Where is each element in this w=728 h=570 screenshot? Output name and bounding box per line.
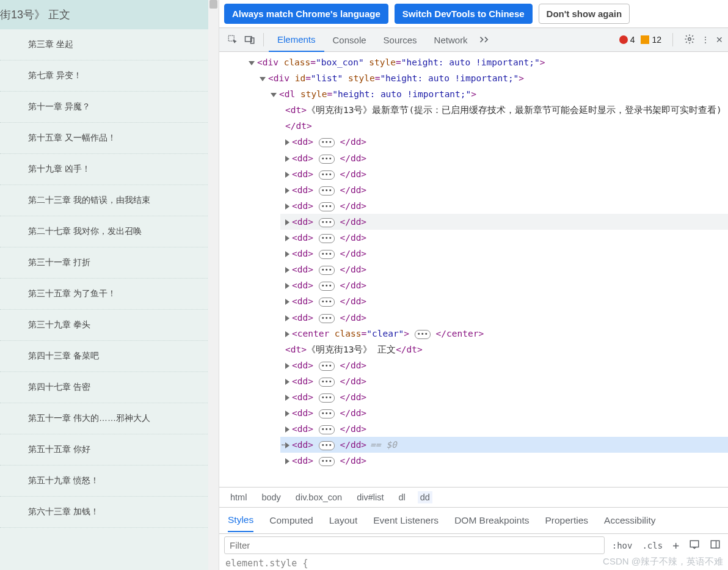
dom-node[interactable]: <dl style="height: auto !important;"> bbox=[266, 86, 728, 102]
tab-event-listeners[interactable]: Event Listeners bbox=[373, 510, 439, 532]
warnings-count: 12 bbox=[652, 35, 661, 45]
close-icon[interactable]: ✕ bbox=[716, 35, 723, 45]
styles-body[interactable]: element.style { bbox=[219, 557, 728, 570]
computed-sidebar-icon[interactable] bbox=[686, 539, 702, 552]
match-language-button[interactable]: Always match Chrome's language bbox=[224, 4, 388, 24]
inspect-element-icon[interactable] bbox=[224, 31, 241, 48]
crumb-list[interactable]: div#list bbox=[354, 491, 386, 503]
dom-node[interactable]: <dd> ••• </dd> bbox=[280, 357, 728, 373]
tab-computed[interactable]: Computed bbox=[269, 510, 313, 532]
dom-node[interactable]: <dd> ••• </dd> bbox=[280, 405, 728, 421]
dom-node[interactable]: <dd> ••• </dd> bbox=[280, 134, 728, 150]
crumb-box[interactable]: div.box_con bbox=[293, 491, 344, 503]
scrollbar-thumb[interactable] bbox=[209, 0, 217, 9]
styles-filter-input[interactable] bbox=[224, 536, 605, 554]
crumb-body[interactable]: body bbox=[259, 491, 283, 503]
tab-elements[interactable]: Elements bbox=[269, 27, 324, 52]
dom-node[interactable]: <dd> ••• </dd> bbox=[280, 246, 728, 261]
svg-rect-5 bbox=[711, 541, 719, 548]
devtools-tabbar: Elements Console Sources Network 4 12 ⋮ … bbox=[219, 27, 728, 52]
dom-node[interactable]: <dd> ••• </dd> bbox=[280, 389, 728, 405]
dom-node[interactable]: <dd> ••• </dd> bbox=[280, 230, 728, 246]
dom-node[interactable]: <dd> ••• </dd> bbox=[280, 214, 728, 230]
gear-icon[interactable] bbox=[684, 34, 695, 46]
crumb-dl[interactable]: dl bbox=[396, 491, 408, 503]
warning-icon bbox=[641, 35, 649, 44]
warnings-badge[interactable]: 12 bbox=[641, 35, 661, 45]
chapter-list: 第三章 坐起 第七章 异变！ 第十一章 异魔？ 第十五章 又一幅作品！ 第十九章… bbox=[0, 29, 219, 528]
errors-badge[interactable]: 4 bbox=[619, 35, 635, 45]
toggle-styles-sidebar-icon[interactable] bbox=[707, 539, 723, 552]
tab-dom-breakpoints[interactable]: DOM Breakpoints bbox=[454, 510, 529, 532]
kebab-menu-icon[interactable]: ⋮ bbox=[701, 35, 710, 45]
list-item[interactable]: 第十九章 凶手！ bbox=[0, 154, 219, 185]
list-item[interactable]: 第十五章 又一幅作品！ bbox=[0, 123, 219, 154]
dom-node[interactable]: <dd> ••• </dd> bbox=[280, 150, 728, 166]
dom-node[interactable]: <dd> ••• </dd> bbox=[280, 261, 728, 277]
list-item[interactable]: 第四十七章 告密 bbox=[0, 372, 219, 403]
dom-node[interactable]: <dd> ••• </dd> bbox=[280, 293, 728, 309]
dom-node[interactable]: <dd> ••• </dd> bbox=[280, 182, 728, 198]
list-item[interactable]: 第七章 异变！ bbox=[0, 60, 219, 92]
dom-node[interactable]: <div id="list" style="height: auto !impo… bbox=[255, 70, 728, 86]
separator bbox=[672, 33, 673, 46]
dom-node[interactable]: <dd> ••• </dd> bbox=[280, 277, 728, 293]
tab-console[interactable]: Console bbox=[324, 28, 375, 51]
list-item[interactable]: 第三十九章 拳头 bbox=[0, 310, 219, 341]
new-style-rule-icon[interactable]: + bbox=[670, 539, 682, 552]
list-item[interactable]: 第二十三章 我的错误，由我结束 bbox=[0, 185, 219, 216]
list-item[interactable]: 第六十三章 加钱！ bbox=[0, 497, 219, 528]
list-item[interactable]: 第四十三章 备菜吧 bbox=[0, 341, 219, 372]
list-item[interactable]: 第五十五章 你好 bbox=[0, 434, 219, 466]
list-item[interactable]: 第三十五章 为了鱼干！ bbox=[0, 279, 219, 310]
devtools-panel: Always match Chrome's language Switch De… bbox=[219, 0, 728, 570]
hov-toggle[interactable]: :hov bbox=[610, 541, 635, 550]
dom-node[interactable]: <center class="clear"> ••• </center> bbox=[280, 326, 728, 342]
dom-node[interactable]: <dd> ••• </dd> bbox=[280, 453, 728, 469]
selection-marker: == $0 bbox=[370, 440, 397, 450]
tab-layout[interactable]: Layout bbox=[329, 510, 358, 532]
tab-styles[interactable]: Styles bbox=[228, 509, 253, 532]
more-tabs-icon[interactable] bbox=[479, 35, 491, 45]
svg-point-3 bbox=[688, 37, 691, 40]
list-item[interactable]: 第五十一章 伟大的……邪神大人 bbox=[0, 403, 219, 434]
error-icon bbox=[619, 35, 628, 44]
dont-show-again-button[interactable]: Don't show again bbox=[539, 4, 630, 24]
separator bbox=[263, 33, 264, 46]
styles-tabbar: Styles Computed Layout Event Listeners D… bbox=[219, 508, 728, 534]
list-item[interactable]: 第五十九章 愤怒！ bbox=[0, 466, 219, 497]
breadcrumb: html body div.box_con div#list dl dd bbox=[219, 487, 728, 508]
tab-accessibility[interactable]: Accessibility bbox=[604, 510, 655, 532]
dom-tree[interactable]: <div class="box_con" style="height: auto… bbox=[219, 52, 728, 487]
device-toolbar-icon[interactable] bbox=[241, 31, 258, 48]
language-banner: Always match Chrome's language Switch De… bbox=[219, 0, 728, 27]
dom-node[interactable]: <dt>《明克街13号》最新章节(提示：已启用缓存技术，最新章节可能会延时显示，… bbox=[280, 102, 728, 134]
errors-count: 4 bbox=[630, 35, 635, 45]
cls-toggle[interactable]: .cls bbox=[639, 541, 665, 550]
dom-node[interactable]: <dt>《明克街13号》 正文</dt> bbox=[280, 342, 728, 357]
dom-node[interactable]: <dd> ••• </dd> bbox=[280, 310, 728, 326]
tab-properties[interactable]: Properties bbox=[545, 510, 588, 532]
dom-node[interactable]: <div class="box_con" style="height: auto… bbox=[244, 54, 728, 70]
list-item[interactable]: 第三章 坐起 bbox=[0, 29, 219, 60]
dom-node-selected[interactable]: ⋯<dd> ••• </dd>== $0 bbox=[280, 437, 728, 453]
switch-language-button[interactable]: Switch DevTools to Chinese bbox=[395, 4, 533, 24]
dom-node[interactable]: <dd> ••• </dd> bbox=[280, 198, 728, 214]
list-item[interactable]: 第十一章 异魔？ bbox=[0, 92, 219, 123]
gutter-dots-icon: ⋯ bbox=[282, 437, 287, 453]
tab-network[interactable]: Network bbox=[426, 28, 476, 51]
svg-rect-4 bbox=[690, 541, 699, 547]
dom-node[interactable]: <dd> ••• </dd> bbox=[280, 373, 728, 389]
styles-toolbar: :hov .cls + bbox=[219, 534, 728, 557]
crumb-html[interactable]: html bbox=[228, 491, 249, 503]
page-section-title: 街13号》 正文 bbox=[0, 0, 219, 29]
list-item[interactable]: 第二十七章 我对你，发出召唤 bbox=[0, 216, 219, 247]
list-item[interactable]: 第三十一章 打折 bbox=[0, 247, 219, 279]
page-left-panel: 街13号》 正文 第三章 坐起 第七章 异变！ 第十一章 异魔？ 第十五章 又一… bbox=[0, 0, 219, 570]
tab-sources[interactable]: Sources bbox=[375, 28, 426, 51]
crumb-dd[interactable]: dd bbox=[418, 491, 432, 503]
dom-node[interactable]: <dd> ••• </dd> bbox=[280, 166, 728, 182]
dom-node[interactable]: <dd> ••• </dd> bbox=[280, 421, 728, 437]
scrollbar[interactable] bbox=[208, 0, 219, 570]
